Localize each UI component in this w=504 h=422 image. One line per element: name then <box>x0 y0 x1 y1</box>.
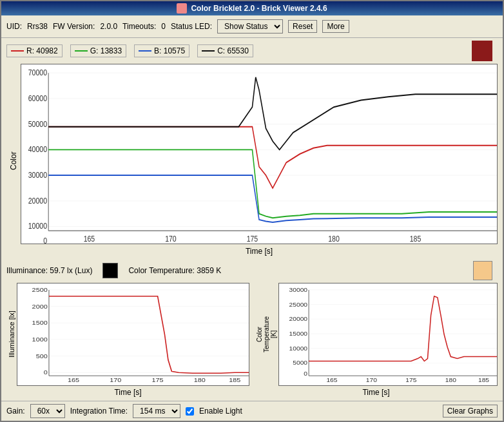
svg-text:20000: 20000 <box>289 315 308 322</box>
color-swatch <box>472 41 492 61</box>
svg-text:0: 0 <box>304 370 307 377</box>
svg-text:175: 175 <box>152 377 164 383</box>
svg-text:2000: 2000 <box>32 303 48 309</box>
c-value: C: 65530 <box>217 46 249 55</box>
svg-text:5000: 5000 <box>293 360 307 367</box>
toolbar: UID: Rrs38 FW Version: 2.0.0 Timeouts: 0… <box>1 15 503 38</box>
illum-y-label: Illuminance [lx] <box>6 283 17 386</box>
svg-text:1500: 1500 <box>32 320 48 326</box>
black-swatch <box>102 263 118 278</box>
r-legend: R: 40982 <box>6 44 63 57</box>
charts-row: Illuminance [lx] 2500 2000 1500 1000 500 <box>1 283 503 401</box>
svg-text:165: 165 <box>68 377 79 383</box>
svg-text:170: 170 <box>110 377 121 383</box>
ct-x-label: Time [s] <box>255 387 498 398</box>
svg-text:15000: 15000 <box>289 330 308 337</box>
fw-value: 2.0.0 <box>100 22 117 31</box>
b-value: B: 10575 <box>154 46 185 55</box>
svg-text:165: 165 <box>326 376 337 383</box>
gain-label: Gain: <box>6 407 25 416</box>
svg-text:170: 170 <box>165 234 177 244</box>
svg-text:50000: 50000 <box>28 119 48 128</box>
b-line <box>139 50 151 52</box>
main-y-label: Color <box>6 64 21 258</box>
svg-text:165: 165 <box>84 234 95 244</box>
svg-text:30000: 30000 <box>28 170 48 180</box>
more-button[interactable]: More <box>322 20 349 33</box>
window-title: Color Bricklet 2.0 - Brick Viewer 2.4.6 <box>191 4 327 13</box>
b-legend: B: 10575 <box>134 44 189 57</box>
title-bar: Color Bricklet 2.0 - Brick Viewer 2.4.6 <box>1 1 503 15</box>
uid-label: UID: <box>6 22 22 31</box>
app-icon <box>177 3 187 14</box>
illuminance-chart: 2500 2000 1500 1000 500 0 165 170 175 18… <box>17 283 249 386</box>
svg-text:185: 185 <box>229 377 240 383</box>
color-temp-chart: 30000 25000 20000 15000 10000 5000 0 165… <box>278 283 498 386</box>
illuminance-chart-wrapper: Illuminance [lx] 2500 2000 1500 1000 500 <box>6 283 249 398</box>
warm-swatch <box>473 261 492 280</box>
color-legend: R: 40982 G: 13833 B: 10575 C: 65530 <box>1 38 503 64</box>
svg-text:180: 180 <box>194 377 206 383</box>
status-led-label: Status LED: <box>171 22 212 31</box>
svg-text:20000: 20000 <box>28 196 48 206</box>
svg-text:185: 185 <box>478 376 489 383</box>
ct-y-label: ColorTemperature[K] <box>255 283 278 386</box>
svg-text:25000: 25000 <box>289 301 308 308</box>
svg-text:180: 180 <box>445 376 456 383</box>
svg-text:185: 185 <box>410 234 422 244</box>
svg-text:175: 175 <box>247 234 258 244</box>
uid-value: Rrs38 <box>27 22 48 31</box>
c-line <box>202 50 215 52</box>
svg-text:170: 170 <box>366 376 377 383</box>
enable-light-label: Enable Light <box>199 407 242 416</box>
g-line <box>75 50 88 52</box>
svg-text:0: 0 <box>44 369 48 376</box>
svg-text:2500: 2500 <box>32 286 48 293</box>
svg-text:10000: 10000 <box>28 221 48 231</box>
svg-text:500: 500 <box>36 352 48 359</box>
svg-text:40000: 40000 <box>28 144 48 154</box>
timeouts-label: Timeouts: <box>122 22 156 31</box>
enable-light-checkbox[interactable] <box>186 407 194 416</box>
illum-x-label: Time [s] <box>6 387 249 398</box>
main-x-label: Time [s] <box>21 245 498 257</box>
svg-text:70000: 70000 <box>28 68 48 77</box>
reset-button[interactable]: Reset <box>288 20 317 33</box>
r-value: R: 40982 <box>26 46 58 55</box>
r-line <box>11 50 24 52</box>
footer-bar: Gain: 60x Integration Time: 154 ms Enabl… <box>1 401 503 421</box>
gain-select[interactable]: 60x <box>30 404 65 418</box>
svg-text:60000: 60000 <box>28 93 48 103</box>
timeouts-value: 0 <box>161 22 166 31</box>
g-value: G: 13833 <box>90 46 122 55</box>
g-legend: G: 13833 <box>70 44 126 57</box>
c-legend: C: 65530 <box>197 44 253 57</box>
svg-text:180: 180 <box>328 234 340 244</box>
svg-text:30000: 30000 <box>289 286 308 293</box>
illuminance-value: Illuminance: 59.7 lx (Lux) <box>6 266 92 275</box>
main-window: Color Bricklet 2.0 - Brick Viewer 2.4.6 … <box>0 0 504 422</box>
svg-text:10000: 10000 <box>289 345 308 352</box>
svg-text:1000: 1000 <box>32 336 48 342</box>
clear-graphs-button[interactable]: Clear Graphs <box>443 405 498 417</box>
color-temp-value: Color Temperature: 3859 K <box>128 266 221 275</box>
main-chart: 70000 60000 50000 40000 30000 20000 1000… <box>21 64 498 244</box>
integration-select[interactable]: 154 ms <box>133 404 180 418</box>
integration-label: Integration Time: <box>70 407 128 416</box>
svg-text:0: 0 <box>43 236 47 244</box>
status-led-select[interactable]: Show Status <box>217 19 283 34</box>
info-row: Illuminance: 59.7 lx (Lux) Color Tempera… <box>1 258 503 283</box>
color-temp-chart-wrapper: ColorTemperature[K] 30000 25000 20000 15… <box>255 283 498 398</box>
fw-label: FW Version: <box>53 22 95 31</box>
svg-text:175: 175 <box>405 376 416 383</box>
